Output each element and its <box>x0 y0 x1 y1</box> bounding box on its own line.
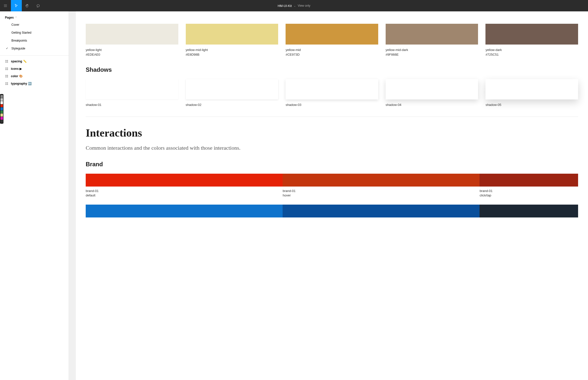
menu-button[interactable] <box>0 0 11 11</box>
view-mode-label: View only <box>298 4 310 7</box>
comment-icon <box>36 4 40 8</box>
swatch-hex: #EDEAE0 <box>86 53 178 56</box>
layer-label: color 🎨 <box>11 74 23 78</box>
shadow-swatch[interactable]: shadow-03 <box>286 79 378 107</box>
shadow-box <box>386 79 478 99</box>
color-swatch[interactable]: yellow-mid-dark#9F866E <box>386 24 478 56</box>
chevron-down-icon: ⌄ <box>294 4 296 7</box>
interaction-swatch[interactable] <box>283 205 480 217</box>
interaction-label: brand-01default <box>86 189 283 197</box>
brand-heading: Brand <box>86 161 578 168</box>
interaction-swatch[interactable] <box>283 174 480 187</box>
shadow-name: shadow-05 <box>485 103 578 107</box>
swatch-hex: #CE973D <box>286 53 378 56</box>
frame-icon <box>5 74 8 78</box>
canvas-content: yellow-light#EDEAE0yellow-mid-light#E8D9… <box>76 11 588 380</box>
interaction-swatch[interactable] <box>480 205 578 217</box>
shadow-name: shadow-03 <box>286 103 378 107</box>
layer-item[interactable]: color 🎨 <box>0 72 69 80</box>
interactions-heading: Interactions <box>86 127 578 139</box>
shadow-name: shadow-02 <box>186 103 278 107</box>
page-item[interactable]: Breakpoints <box>0 37 69 45</box>
topbar-tools <box>0 0 44 11</box>
divider <box>86 117 578 117</box>
document-title-area[interactable]: HM-UI-Kit ⌄ View only <box>278 4 310 8</box>
swatch-box <box>186 24 278 45</box>
color-swatch-row: yellow-light#EDEAE0yellow-mid-light#E8D9… <box>86 24 578 56</box>
page-item[interactable]: Styleguide <box>0 45 69 52</box>
canvas[interactable]: yellow-light#EDEAE0yellow-mid-light#E8D9… <box>69 11 588 380</box>
swatch-hex: #9F866E <box>386 53 478 56</box>
layer-item[interactable]: spacing 📏 <box>0 58 69 65</box>
shadow-swatch[interactable]: shadow-01 <box>86 79 178 107</box>
topbar: HM-UI-Kit ⌄ View only <box>0 0 588 11</box>
shadow-row: shadow-01shadow-02shadow-03shadow-04shad… <box>86 79 578 107</box>
color-swatch[interactable]: yellow-dark#725C51 <box>485 24 578 56</box>
swatch-box <box>485 24 578 45</box>
document-title: HM-UI-Kit <box>278 4 292 8</box>
layer-label: typography 🔤 <box>11 82 32 85</box>
shadow-box <box>286 79 378 99</box>
color-palette-strip[interactable] <box>0 94 3 124</box>
layer-item[interactable]: typography 🔤 <box>0 80 69 87</box>
interaction-color-bar <box>86 174 578 187</box>
interaction-name: brand-01 <box>283 189 480 193</box>
shadow-swatch[interactable]: shadow-05 <box>485 79 578 107</box>
interaction-swatch[interactable] <box>86 174 283 187</box>
interactions-description: Common interactions and the colors assoc… <box>86 144 264 152</box>
swatch-hex: #725C51 <box>485 53 578 56</box>
shadow-box <box>86 79 178 99</box>
left-sidebar: Pages ⌃ CoverGetting StartedBreakpointsS… <box>0 11 69 380</box>
svg-point-0 <box>37 4 39 7</box>
frame-icon <box>5 67 8 71</box>
hand-icon <box>25 4 29 8</box>
page-item[interactable]: Getting Started <box>0 29 69 37</box>
shadow-swatch[interactable]: shadow-02 <box>186 79 278 107</box>
hamburger-icon <box>3 4 7 8</box>
comment-tool-button[interactable] <box>33 0 44 11</box>
layer-label: spacing 📏 <box>11 60 27 63</box>
color-swatch[interactable]: yellow-mid-light#E8D98B <box>186 24 278 56</box>
swatch-box <box>386 24 478 45</box>
chevron-up-icon: ⌃ <box>15 16 17 19</box>
interaction-state: click/tap <box>480 193 578 197</box>
cursor-icon <box>14 4 18 8</box>
interaction-label: brand-01click/tap <box>480 189 578 197</box>
shadow-name: shadow-04 <box>386 103 478 107</box>
interaction-labels-row: brand-01defaultbrand-01hoverbrand-01clic… <box>86 189 578 197</box>
swatch-hex: #E8D98B <box>186 53 278 56</box>
interaction-swatch[interactable] <box>480 174 578 187</box>
swatch-name: yellow-mid <box>286 48 378 52</box>
interaction-label: brand-01hover <box>283 189 480 197</box>
hand-tool-button[interactable] <box>22 0 33 11</box>
color-swatch[interactable]: yellow-mid#CE973D <box>286 24 378 56</box>
interaction-name: brand-01 <box>480 189 578 193</box>
swatch-name: yellow-dark <box>485 48 578 52</box>
swatch-box <box>286 24 378 45</box>
pages-header[interactable]: Pages ⌃ <box>0 14 69 21</box>
shadow-box <box>186 79 278 99</box>
layers-section: spacing 📏icons ▶color 🎨typography 🔤 <box>0 56 69 89</box>
layer-item[interactable]: icons ▶ <box>0 65 69 72</box>
color-swatch[interactable]: yellow-light#EDEAE0 <box>86 24 178 56</box>
swatch-name: yellow-mid-dark <box>386 48 478 52</box>
interaction-state: default <box>86 193 283 197</box>
interaction-swatch[interactable] <box>86 205 283 217</box>
frame-icon <box>5 60 8 63</box>
shadow-name: shadow-01 <box>86 103 178 107</box>
interaction-state: hover <box>283 193 480 197</box>
shadow-swatch[interactable]: shadow-04 <box>386 79 478 107</box>
shadows-heading: Shadows <box>86 66 578 73</box>
pages-section: Pages ⌃ CoverGetting StartedBreakpointsS… <box>0 11 69 56</box>
swatch-box <box>86 24 178 45</box>
interaction-name: brand-01 <box>86 189 283 193</box>
swatch-name: yellow-mid-light <box>186 48 278 52</box>
frame-icon <box>5 82 8 85</box>
interaction-color-bar <box>86 205 578 217</box>
swatch-name: yellow-light <box>86 48 178 52</box>
page-item[interactable]: Cover <box>0 21 69 29</box>
layer-label: icons ▶ <box>11 67 22 71</box>
move-tool-button[interactable] <box>11 0 22 11</box>
pages-label: Pages <box>5 16 14 19</box>
shadow-box <box>485 79 578 99</box>
